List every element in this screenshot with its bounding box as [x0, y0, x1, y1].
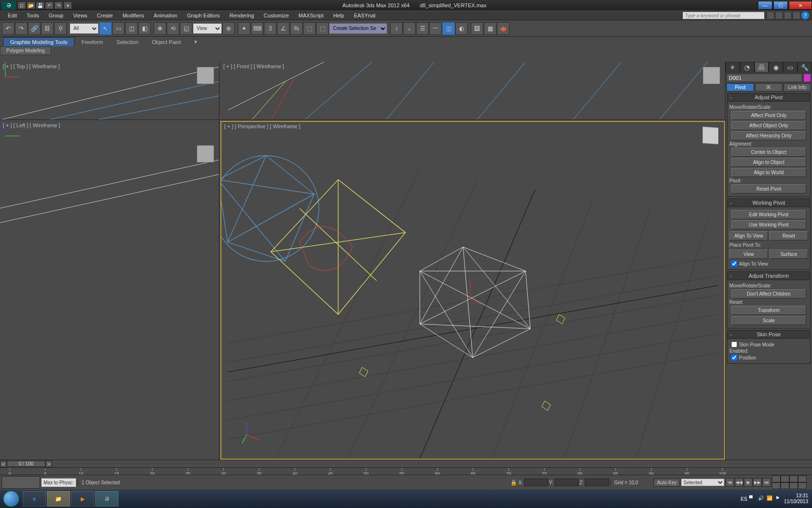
ref-coord-dropdown[interactable]: View	[193, 23, 222, 34]
layers-button[interactable]: ☰	[416, 22, 429, 35]
object-name-input[interactable]	[726, 74, 802, 82]
subtab-linkinfo[interactable]: Link Info	[783, 83, 811, 91]
undo-button[interactable]: ↶	[2, 22, 14, 35]
angle-snap-button[interactable]: ∠	[277, 22, 290, 35]
key-mode-dropdown[interactable]: Selected	[681, 478, 725, 486]
select-button[interactable]: ↖	[99, 22, 112, 35]
menu-group[interactable]: Group	[44, 13, 69, 18]
exchange-icon[interactable]	[793, 12, 800, 19]
render-frame-button[interactable]: ▦	[484, 22, 496, 35]
menu-animation[interactable]: Animation	[149, 13, 182, 18]
ribbon-tab-graphite[interactable]: Graphite Modeling Tools	[3, 37, 74, 46]
use-working-pivot-button[interactable]: Use Working Pivot	[731, 220, 806, 229]
reset-scale-button[interactable]: Scale	[731, 316, 806, 325]
pivot-center-button[interactable]: ⊕	[222, 22, 235, 35]
render-setup-button[interactable]: 🖼	[471, 22, 483, 35]
align-to-view-button[interactable]: Align To View	[729, 231, 768, 240]
tab-display-icon[interactable]: ▭	[783, 62, 798, 73]
mirror-button[interactable]: ⟊	[390, 22, 403, 35]
skin-pose-mode-checkbox[interactable]: Skin Pose Mode	[731, 342, 806, 347]
place-pivot-view-button[interactable]: View	[729, 250, 768, 259]
tab-modify-icon[interactable]: ◔	[740, 62, 754, 73]
link-button[interactable]: 🔗	[28, 22, 41, 35]
affect-pivot-only-button[interactable]: Affect Pivot Only	[731, 111, 806, 120]
position-checkbox[interactable]: Position	[731, 355, 806, 360]
trackbar-thumb[interactable]	[1, 476, 40, 489]
task-ie[interactable]: e	[23, 491, 46, 507]
redo-icon[interactable]: ↷	[54, 1, 63, 9]
named-selection-dropdown[interactable]: Create Selection Se	[329, 23, 387, 34]
zoom-button[interactable]	[772, 476, 781, 482]
ribbon-panel-polygon[interactable]: Polygon Modeling	[0, 46, 51, 55]
menu-easynat[interactable]: EASYnat	[349, 13, 380, 18]
open-icon[interactable]: 📂	[27, 1, 35, 9]
window-crossing-button[interactable]: ◧	[138, 22, 151, 35]
goto-end-button[interactable]: ⏭	[762, 478, 771, 487]
menu-grapheditors[interactable]: Graph Editors	[182, 13, 225, 18]
tab-utilities-icon[interactable]: 🔧	[798, 62, 812, 73]
undo-icon[interactable]: ↶	[45, 1, 54, 9]
autokey-button[interactable]: Auto Key	[653, 478, 680, 487]
viewport-perspective[interactable]: [ + ] [ Perspective ] [ Wireframe ]	[220, 121, 725, 460]
viewport-top[interactable]: [ + ] [ Top ] [ Wireframe ]	[0, 62, 219, 120]
menu-views[interactable]: Views	[68, 13, 92, 18]
align-button[interactable]: ⫠	[403, 22, 416, 35]
reset-pivot-button[interactable]: Reset Pivot	[731, 184, 806, 194]
viewport-left[interactable]: [ + ] [ Left ] [ Wireframe ]	[0, 121, 219, 460]
material-editor-button[interactable]: ◐	[455, 22, 468, 35]
menu-tools[interactable]: Tools	[22, 13, 44, 18]
favorites-icon[interactable]	[784, 12, 792, 19]
menu-help[interactable]: Help	[329, 13, 349, 18]
rollout-skin-pose[interactable]: Skin Pose	[727, 330, 811, 339]
dont-affect-children-button[interactable]: Don't Affect Children	[731, 289, 806, 299]
task-media[interactable]: ▶	[71, 491, 94, 507]
schematic-view-button[interactable]: ◫	[442, 22, 455, 35]
next-frame-button[interactable]: ▶▶	[753, 478, 762, 487]
zoom-extents-button[interactable]	[789, 476, 798, 482]
pan-button[interactable]	[781, 482, 789, 489]
maxscript-mini-button[interactable]: Max to Physc:	[41, 478, 76, 487]
spinner-snap-button[interactable]: ⬚	[303, 22, 316, 35]
tab-motion-icon[interactable]: ◉	[768, 62, 783, 73]
edged-faces-button[interactable]: ⬚	[316, 22, 329, 35]
minimize-button[interactable]: —	[758, 1, 772, 10]
redo-button[interactable]: ↷	[15, 22, 28, 35]
tray-network-icon[interactable]: 📶	[767, 495, 773, 502]
object-color-swatch[interactable]	[803, 74, 811, 82]
working-pivot-reset-button[interactable]: Reset	[769, 231, 808, 240]
zoom-all-button[interactable]	[781, 476, 789, 482]
affect-object-only-button[interactable]: Affect Object Only	[731, 121, 806, 130]
menu-modifiers[interactable]: Modifiers	[117, 13, 149, 18]
qat-more-icon[interactable]: ▾	[63, 1, 72, 9]
selection-filter-dropdown[interactable]: All	[70, 23, 99, 34]
new-icon[interactable]: 🗋	[17, 1, 26, 9]
save-icon[interactable]: 💾	[36, 1, 44, 9]
help-icon[interactable]: ?	[801, 12, 809, 19]
prev-frame-button[interactable]: ◀◀	[735, 478, 743, 487]
ribbon-tab-selection[interactable]: Selection	[110, 38, 145, 46]
viewport-persp-label[interactable]: [ + ] [ Perspective ] [ Wireframe ]	[224, 123, 300, 129]
select-region-button[interactable]: ◫	[125, 22, 138, 35]
place-pivot-surface-button[interactable]: Surface	[769, 250, 808, 259]
fov-button[interactable]	[772, 482, 781, 489]
task-explorer[interactable]: 📁	[47, 491, 70, 507]
coord-x-input[interactable]	[524, 478, 548, 486]
unlink-button[interactable]: ⛓	[41, 22, 54, 35]
timeline-ruler[interactable]: 0510152025303540455055606570758085909510…	[0, 467, 812, 475]
rollout-working-pivot[interactable]: Working Pivot	[727, 198, 811, 207]
edit-working-pivot-button[interactable]: Edit Working Pivot	[731, 210, 806, 219]
close-button[interactable]: ✕	[789, 1, 812, 10]
ribbon-expand-icon[interactable]: ▾	[188, 37, 204, 46]
ribbon-tab-freeform[interactable]: Freeform	[74, 38, 110, 46]
lock-icon[interactable]: 🔒	[510, 479, 517, 486]
tab-create-icon[interactable]: ✳	[725, 62, 740, 73]
maximize-vp-button[interactable]	[798, 482, 807, 489]
bind-button[interactable]: ⚲	[54, 22, 67, 35]
coord-y-input[interactable]	[554, 478, 579, 486]
comm-center-icon[interactable]	[767, 12, 774, 19]
viewport-front[interactable]: [ + ] [ Front ] [ Wireframe ]	[220, 62, 725, 120]
search-input[interactable]	[682, 12, 765, 19]
coord-z-input[interactable]	[585, 478, 609, 486]
timeslider-prev[interactable]: <	[0, 461, 7, 467]
percent-snap-button[interactable]: %	[290, 22, 303, 35]
